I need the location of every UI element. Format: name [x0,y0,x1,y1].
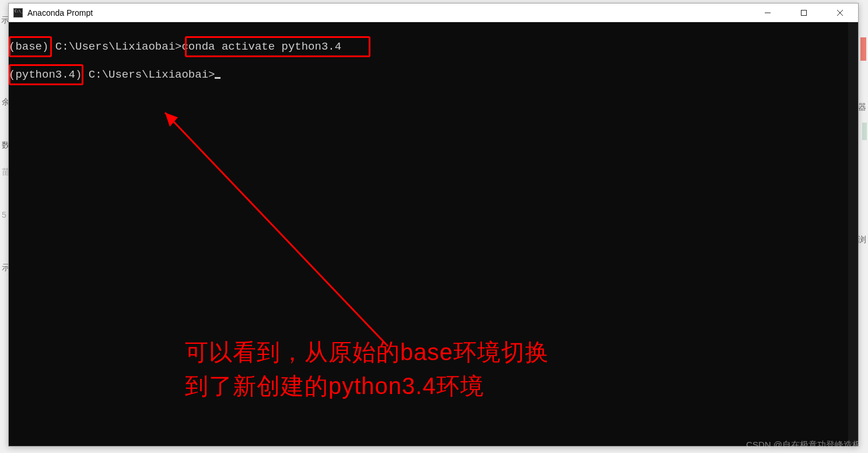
window-controls [750,4,858,22]
scrollbar[interactable] [848,22,858,446]
terminal-content: (base) C:\Users\Lixiaobai>conda activate… [9,40,341,82]
close-button[interactable] [822,4,858,22]
anaconda-prompt-window: Anaconda Prompt (base) C:\Users\Lixiaoba… [8,3,859,447]
annotation-text-line1: 可以看到，从原始的base环境切换 [185,335,549,369]
close-icon [836,9,844,16]
env-python34: (python3.4) [9,68,82,81]
annotation-arrow [149,107,400,358]
terminal-icon [13,8,23,18]
background-strip [860,37,866,61]
annotation-text: 可以看到，从原始的base环境切换 到了新创建的python3.4环境 [185,335,549,403]
svg-marker-5 [165,113,178,127]
env-base: (base) [9,40,48,53]
terminal-area[interactable]: (base) C:\Users\Lixiaobai>conda activate… [9,22,858,446]
window-title: Anaconda Prompt [27,8,750,18]
blank-line [9,54,341,68]
command-text: conda activate python3.4 [181,40,341,53]
path-1: C:\Users\Lixiaobai> [48,40,181,53]
cursor [215,77,220,79]
minimize-icon [764,9,771,16]
background-text: 浏 [858,235,866,245]
background-strip [862,123,867,140]
svg-line-4 [165,113,388,346]
terminal-line-2: (python3.4) C:\Users\Lixiaobai> [9,68,341,82]
minimize-button[interactable] [750,4,786,22]
svg-rect-1 [802,10,807,15]
maximize-button[interactable] [786,4,822,22]
background-text: 器 [858,102,866,113]
path-2: C:\Users\Lixiaobai> [82,68,215,81]
titlebar[interactable]: Anaconda Prompt [9,4,858,22]
terminal-line-1: (base) C:\Users\Lixiaobai>conda activate… [9,40,341,54]
maximize-icon [800,9,807,16]
background-text: 5 [2,210,6,219]
annotation-text-line2: 到了新创建的python3.4环境 [185,369,549,403]
